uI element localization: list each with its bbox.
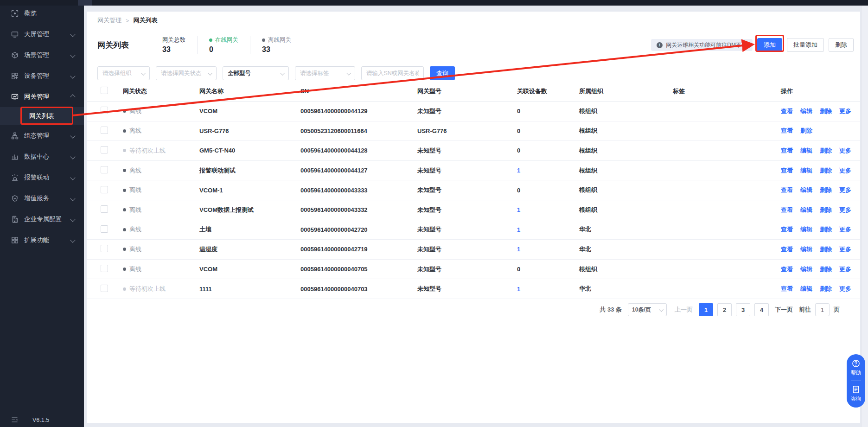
row-action-link[interactable]: 更多 bbox=[839, 206, 851, 214]
gateway-status-select[interactable]: 请选择网关状态 bbox=[156, 66, 217, 80]
row-action-link[interactable]: 更多 bbox=[839, 285, 851, 293]
row-checkbox[interactable] bbox=[101, 245, 108, 252]
row-checkbox[interactable] bbox=[101, 265, 108, 272]
sidebar-item[interactable]: 概览 bbox=[0, 3, 84, 24]
row-checkbox[interactable] bbox=[101, 107, 108, 114]
row-action-link[interactable]: 查看 bbox=[781, 166, 793, 175]
consult-label: 咨询 bbox=[851, 395, 861, 402]
row-actions: 查看 编辑 删除 更多 bbox=[781, 225, 854, 234]
page-size-select[interactable]: 10条/页 bbox=[628, 303, 667, 316]
row-action-link[interactable]: 删除 bbox=[820, 186, 832, 194]
sidebar-item[interactable]: 报警联动 bbox=[0, 167, 84, 188]
row-action-link[interactable]: 查看 bbox=[781, 285, 793, 293]
row-action-link[interactable]: 删除 bbox=[800, 127, 812, 135]
row-action-link[interactable]: 更多 bbox=[839, 147, 851, 155]
row-checkbox[interactable] bbox=[101, 127, 108, 134]
page-number-button[interactable]: 1 bbox=[699, 303, 713, 316]
consult-button[interactable]: 咨询 bbox=[851, 385, 861, 402]
model-select[interactable]: 全部型号 bbox=[223, 66, 289, 80]
row-action-link[interactable]: 更多 bbox=[839, 107, 851, 115]
row-action-link[interactable]: 查看 bbox=[781, 127, 793, 135]
sidebar-item[interactable]: 设备管理 bbox=[0, 65, 84, 86]
row-action-link[interactable]: 查看 bbox=[781, 225, 793, 234]
breadcrumb: 网关管理 > 网关列表 bbox=[97, 16, 158, 25]
row-checkbox[interactable] bbox=[101, 186, 108, 193]
row-action-link[interactable]: 删除 bbox=[820, 225, 832, 234]
row-action-link[interactable]: 删除 bbox=[820, 265, 832, 274]
linked-device-count[interactable]: 1 bbox=[517, 246, 520, 253]
row-checkbox[interactable] bbox=[101, 166, 108, 173]
row-action-link[interactable]: 更多 bbox=[839, 245, 851, 254]
sidebar-item-label: 数据中心 bbox=[24, 153, 49, 161]
gateway-status: 等待初次上线 bbox=[129, 147, 166, 155]
sidebar-item[interactable]: 扩展功能 bbox=[0, 229, 84, 250]
sidebar-item[interactable]: 网关列表 bbox=[0, 107, 84, 125]
gateway-name: 1111 bbox=[199, 286, 300, 293]
next-page-button[interactable]: 下一页 bbox=[775, 306, 793, 314]
sidebar-item[interactable]: 组态管理 bbox=[0, 125, 84, 146]
row-action-link[interactable]: 查看 bbox=[781, 107, 793, 115]
row-action-link[interactable]: 编辑 bbox=[800, 107, 812, 115]
sidebar-item[interactable]: 增值服务 bbox=[0, 188, 84, 209]
sidebar-item[interactable]: 大屏管理 bbox=[0, 24, 84, 45]
row-action-link[interactable]: 删除 bbox=[820, 245, 832, 254]
sidebar-item[interactable]: 数据中心 bbox=[0, 146, 84, 167]
row-action-link[interactable]: 查看 bbox=[781, 206, 793, 214]
row-action-link[interactable]: 删除 bbox=[820, 206, 832, 214]
sidebar-item[interactable]: 场景管理 bbox=[0, 45, 84, 65]
row-action-link[interactable]: 编辑 bbox=[800, 186, 812, 194]
row-action-link[interactable]: 删除 bbox=[820, 147, 832, 155]
row-action-link[interactable]: 删除 bbox=[820, 166, 832, 175]
row-action-link[interactable]: 查看 bbox=[781, 147, 793, 155]
tag-select[interactable]: 请选择标签 bbox=[295, 66, 355, 80]
row-action-link[interactable]: 查看 bbox=[781, 186, 793, 194]
linked-device-count[interactable]: 1 bbox=[517, 167, 520, 174]
sidebar-item[interactable]: 企业专属配置 bbox=[0, 209, 84, 229]
search-button[interactable]: 查询 bbox=[430, 66, 455, 80]
row-action-link[interactable]: 更多 bbox=[839, 265, 851, 274]
status-dot-icon bbox=[123, 208, 126, 211]
sidebar-item[interactable]: 网关管理 bbox=[0, 86, 84, 107]
help-button[interactable]: 帮助 bbox=[851, 359, 861, 376]
gateway-model: 未知型号 bbox=[417, 245, 517, 254]
row-action-link[interactable]: 编辑 bbox=[800, 225, 812, 234]
row-checkbox[interactable] bbox=[101, 205, 108, 213]
page-number-button[interactable]: 3 bbox=[736, 303, 750, 316]
breadcrumb-parent[interactable]: 网关管理 bbox=[97, 16, 121, 25]
row-action-link[interactable]: 删除 bbox=[820, 285, 832, 293]
goto-page-input[interactable] bbox=[815, 303, 830, 316]
organization: 根组织 bbox=[579, 186, 673, 194]
row-action-link[interactable]: 查看 bbox=[781, 245, 793, 254]
row-checkbox[interactable] bbox=[101, 225, 108, 233]
sn-search-input[interactable] bbox=[361, 66, 424, 80]
org-select[interactable]: 请选择组织 bbox=[97, 66, 150, 80]
batch-add-button[interactable]: 批量添加 bbox=[787, 38, 824, 52]
row-action-link[interactable]: 更多 bbox=[839, 186, 851, 194]
row-action-link[interactable]: 更多 bbox=[839, 225, 851, 234]
row-action-link[interactable]: 编辑 bbox=[800, 245, 812, 254]
select-all-checkbox[interactable] bbox=[101, 87, 108, 94]
prev-page-button[interactable]: 上一页 bbox=[675, 306, 693, 314]
row-action-link[interactable]: 查看 bbox=[781, 265, 793, 274]
linked-device-count[interactable]: 1 bbox=[517, 286, 520, 293]
linked-device-count[interactable]: 1 bbox=[517, 226, 520, 233]
row-action-link[interactable]: 删除 bbox=[820, 107, 832, 115]
row-action-link[interactable]: 编辑 bbox=[800, 147, 812, 155]
row-checkbox[interactable] bbox=[101, 285, 108, 292]
page-number-button[interactable]: 4 bbox=[754, 303, 769, 316]
row-action-link[interactable]: 编辑 bbox=[800, 285, 812, 293]
collapse-sidebar-icon[interactable] bbox=[11, 416, 18, 423]
linked-device-count[interactable]: 1 bbox=[517, 206, 520, 213]
chevron-icon bbox=[70, 237, 75, 242]
sidebar-item-label: 设备管理 bbox=[24, 72, 49, 80]
breadcrumb-current: 网关列表 bbox=[134, 16, 158, 25]
row-checkbox[interactable] bbox=[101, 146, 108, 153]
page-number-button[interactable]: 2 bbox=[717, 303, 732, 316]
row-action-link[interactable]: 编辑 bbox=[800, 206, 812, 214]
delete-button[interactable]: 删除 bbox=[829, 38, 854, 52]
add-button[interactable]: 添加 bbox=[757, 38, 782, 52]
row-action-link[interactable]: 更多 bbox=[839, 166, 851, 175]
organization: 华北 bbox=[579, 225, 673, 234]
row-action-link[interactable]: 编辑 bbox=[800, 265, 812, 274]
row-action-link[interactable]: 编辑 bbox=[800, 166, 812, 175]
